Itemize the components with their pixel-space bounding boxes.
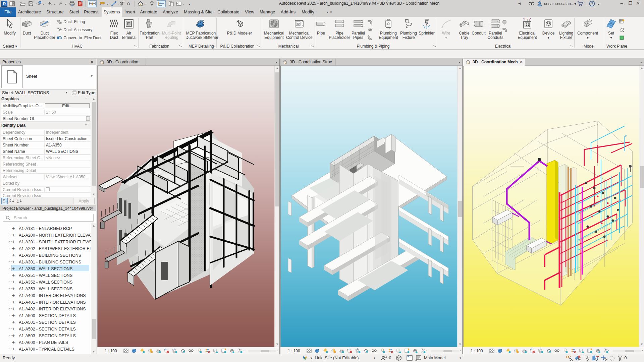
svg-text:Z: Z [17, 198, 19, 201]
svg-text:A: A [9, 198, 11, 201]
svg-text:A: A [17, 201, 19, 203]
svg-text:72: 72 [297, 22, 300, 25]
svg-text:?: ? [591, 2, 593, 6]
svg-text:↻: ↻ [121, 2, 123, 5]
svg-text:Z: Z [9, 201, 11, 203]
